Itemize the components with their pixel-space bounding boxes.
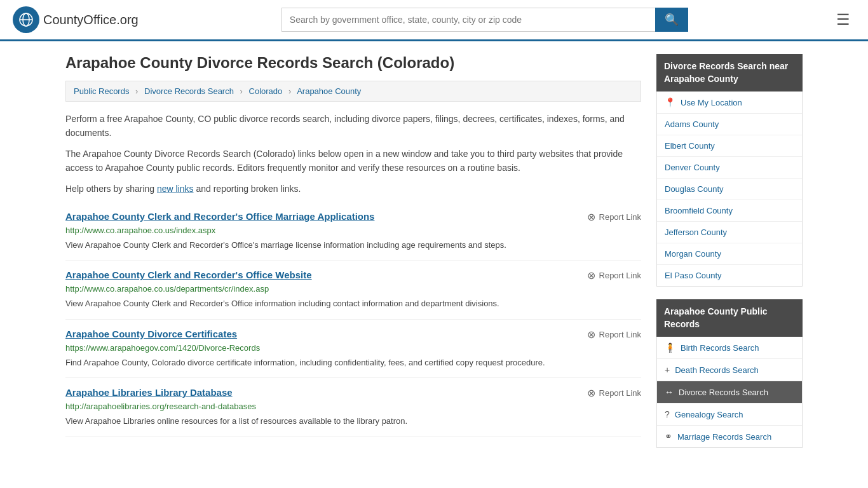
breadcrumb-link-colorado[interactable]: Colorado [249,86,283,96]
sidebar-item-county-2[interactable]: Denver County [657,157,802,179]
sidebar-item-county-1[interactable]: Elbert County [657,135,802,157]
link-card-desc-3: View Arapahoe Libraries online resources… [65,415,641,428]
logo-area: CountyOffice.org [13,6,139,33]
logo-suffix: .org [116,13,138,27]
county-link-0[interactable]: Adams County [665,119,719,129]
link-card-header: Arapahoe County Divorce Certificates ⊗ R… [65,329,641,341]
pr-link-3[interactable]: Genealogy Search [675,410,743,419]
report-label-3: Report Link [599,388,641,398]
pr-icon-1: + [665,365,670,375]
sidebar-public-record-3[interactable]: ? Genealogy Search [657,403,802,426]
breadcrumb-sep-1: › [135,86,138,96]
sidebar-item-county-7[interactable]: El Paso County [657,265,802,286]
breadcrumb: Public Records › Divorce Records Search … [65,81,641,102]
county-link-3[interactable]: Douglas County [665,184,724,194]
location-icon: 📍 [665,97,675,107]
logo-icon [13,6,39,33]
link-card-url-1: http://www.co.arapahoe.co.us/departments… [65,284,641,294]
nearby-counties: Adams CountyElbert CountyDenver CountyDo… [657,114,802,286]
link-card-url-0: http://www.co.arapahoe.co.us/index.aspx [65,226,641,235]
sidebar-item-county-3[interactable]: Douglas County [657,179,802,200]
link-card-desc-0: View Arapahoe County Clerk and Recorder'… [65,239,641,252]
description-3: Help others by sharing new links and rep… [65,182,641,196]
pr-icon-2: ↔ [665,387,674,397]
breadcrumb-link-arapahoe[interactable]: Arapahoe County [297,86,361,96]
report-label-2: Report Link [599,330,641,339]
sidebar: Divorce Records Search near Arapahoe Cou… [656,54,803,461]
pr-link-4[interactable]: Marriage Records Search [677,432,771,442]
search-input[interactable] [281,8,655,32]
link-card-url-3: http://arapahoelibraries.org/research-an… [65,402,641,411]
sidebar-public-record-4[interactable]: ⚭ Marriage Records Search [657,426,802,447]
logo-text: CountyOffice.org [43,13,139,27]
description-1: Perform a free Arapahoe County, CO publi… [65,112,641,140]
link-card: Arapahoe Libraries Library Database ⊗ Re… [65,378,641,437]
link-card-header: Arapahoe County Clerk and Recorder's Off… [65,211,641,223]
link-card-desc-1: View Arapahoe County Clerk and Recorder'… [65,297,641,310]
link-card-title-3[interactable]: Arapahoe Libraries Library Database [65,387,233,398]
link-card: Arapahoe County Clerk and Recorder's Off… [65,202,641,261]
pr-icon-3: ? [665,409,670,419]
county-link-2[interactable]: Denver County [665,163,720,172]
breadcrumb-link-public-records[interactable]: Public Records [74,86,129,96]
link-card-title-1[interactable]: Arapahoe County Clerk and Recorder's Off… [65,269,312,280]
search-icon: 🔍 [665,13,679,27]
report-link-button-1[interactable]: ⊗ Report Link [587,269,641,281]
search-button[interactable]: 🔍 [655,8,688,32]
county-link-7[interactable]: El Paso County [665,271,722,280]
page-title: Arapahoe County Divorce Records Search (… [65,54,641,72]
desc3-suffix: and reporting broken links. [194,184,301,194]
sidebar-public-record-0[interactable]: 🧍 Birth Records Search [657,337,802,359]
link-card-header: Arapahoe Libraries Library Database ⊗ Re… [65,387,641,399]
report-icon-0: ⊗ [587,211,595,223]
sidebar-nearby-section: Divorce Records Search near Arapahoe Cou… [656,54,803,287]
link-card-title-2[interactable]: Arapahoe County Divorce Certificates [65,329,237,339]
hamburger-menu-button[interactable]: ☰ [831,8,855,31]
sidebar-public-record-2[interactable]: ↔ Divorce Records Search [657,381,802,403]
new-links-link[interactable]: new links [157,184,194,194]
county-link-1[interactable]: Elbert County [665,141,715,151]
sidebar-item-county-5[interactable]: Jefferson County [657,222,802,243]
pr-icon-4: ⚭ [665,431,672,442]
breadcrumb-sep-3: › [288,86,291,96]
link-card-desc-2: Find Arapahoe County, Colorado divorce c… [65,356,641,369]
breadcrumb-link-divorce-records[interactable]: Divorce Records Search [144,86,234,96]
county-link-6[interactable]: Morgan County [665,249,721,259]
sidebar-public-records-header: Arapahoe County Public Records [656,299,803,337]
link-card: Arapahoe County Clerk and Recorder's Off… [65,261,641,320]
logo-brand: CountyOffice [43,13,116,27]
sidebar-item-county-6[interactable]: Morgan County [657,243,802,265]
report-label-1: Report Link [599,271,641,280]
sidebar-item-county-4[interactable]: Broomfield County [657,200,802,222]
pr-link-0[interactable]: Birth Records Search [681,343,759,353]
breadcrumb-sep-2: › [240,86,243,96]
use-my-location-link[interactable]: Use My Location [681,98,742,107]
hamburger-icon: ☰ [836,11,850,28]
report-link-button-2[interactable]: ⊗ Report Link [587,329,641,341]
desc3-prefix: Help others by sharing [65,184,157,194]
main-container: Arapahoe County Divorce Records Search (… [53,41,815,473]
report-label-0: Report Link [599,212,641,222]
link-card-title-0[interactable]: Arapahoe County Clerk and Recorder's Off… [65,211,374,222]
header: CountyOffice.org 🔍 ☰ [0,0,868,41]
sidebar-nearby-body: 📍 Use My Location Adams CountyElbert Cou… [656,92,803,287]
pr-link-1[interactable]: Death Records Search [675,365,759,375]
report-link-button-3[interactable]: ⊗ Report Link [587,387,641,399]
sidebar-item-county-0[interactable]: Adams County [657,114,802,135]
report-icon-2: ⊗ [587,329,595,341]
report-icon-3: ⊗ [587,387,595,399]
county-link-5[interactable]: Jefferson County [665,227,727,237]
county-link-4[interactable]: Broomfield County [665,206,733,215]
link-card-url-2: https://www.arapahoegov.com/1420/Divorce… [65,343,641,353]
sidebar-public-record-1[interactable]: + Death Records Search [657,359,802,381]
search-bar-area: 🔍 [281,8,688,32]
link-cards: Arapahoe County Clerk and Recorder's Off… [65,202,641,437]
sidebar-nearby-header: Divorce Records Search near Arapahoe Cou… [656,54,803,92]
link-card: Arapahoe County Divorce Certificates ⊗ R… [65,320,641,379]
public-records-items: 🧍 Birth Records Search + Death Records S… [657,337,802,447]
report-link-button-0[interactable]: ⊗ Report Link [587,211,641,223]
sidebar-public-records-body: 🧍 Birth Records Search + Death Records S… [656,337,803,448]
sidebar-use-my-location[interactable]: 📍 Use My Location [657,92,802,114]
link-card-header: Arapahoe County Clerk and Recorder's Off… [65,269,641,281]
pr-icon-0: 🧍 [665,342,675,353]
